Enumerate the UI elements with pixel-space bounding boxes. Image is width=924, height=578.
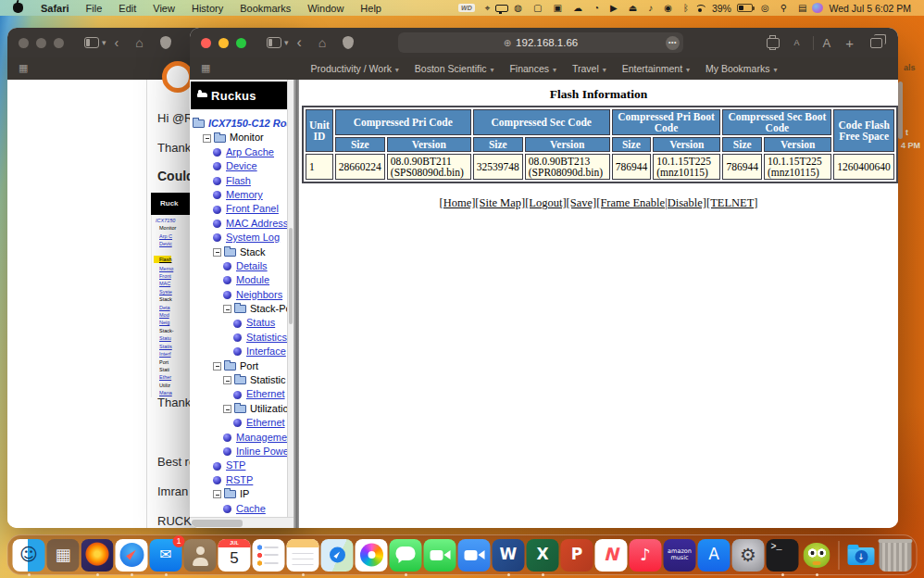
bookmarks-grid-icon[interactable]: ▦ [19, 62, 28, 74]
dock-calendar[interactable]: JUL 5 [219, 539, 251, 572]
privacy-shield-icon[interactable] [160, 36, 171, 49]
menu-item[interactable]: Window [299, 3, 352, 14]
chevron-down-icon[interactable]: ▾ [102, 38, 106, 47]
footer-link[interactable]: [Site Map] [475, 196, 525, 209]
tree-item-device[interactable]: Device [190, 159, 293, 173]
tree-item-status[interactable]: Status [190, 316, 293, 330]
tree-item-label[interactable]: Flash [226, 174, 251, 188]
footer-link[interactable]: [TELNET] [706, 196, 758, 209]
tree-item-label[interactable]: Ethernet [246, 387, 285, 401]
tree-item-label[interactable]: STP [226, 459, 245, 472]
tree-folder-utilization[interactable]: Utilization [190, 402, 293, 416]
collapse-box-icon[interactable] [213, 362, 221, 371]
sidebar-toggle-icon[interactable] [84, 37, 99, 48]
increase-text-icon[interactable]: A [813, 36, 831, 50]
location-icon[interactable]: ⌖ [480, 3, 496, 14]
dock-excel[interactable]: X [527, 539, 559, 572]
tree-item-label[interactable]: Statistic [250, 373, 286, 387]
stage-icon[interactable]: ▤ [793, 3, 812, 13]
tree-folder-port[interactable]: Port [190, 359, 293, 373]
frames-icon[interactable]: ▢ [528, 3, 547, 13]
new-tab-icon[interactable]: + [845, 35, 854, 51]
sidebar-vertical-scrollbar[interactable] [287, 80, 293, 517]
search-icon[interactable]: ⚲ [775, 3, 793, 13]
bluetooth-icon[interactable]: ᛒ [678, 3, 694, 13]
scrollbar-thumb[interactable] [192, 520, 243, 527]
adguard-icon[interactable]: ◍ [508, 3, 528, 13]
dock-zoom[interactable] [458, 539, 491, 572]
collapse-box-icon[interactable] [223, 305, 231, 313]
bookmark-folder[interactable]: Travel ▾ [572, 63, 606, 74]
close-button[interactable] [201, 38, 211, 48]
copy-icon[interactable]: ▣ [548, 3, 568, 13]
minimize-button[interactable] [219, 38, 229, 48]
decrease-text-icon[interactable]: A [794, 38, 800, 47]
tab-overview-icon[interactable] [870, 38, 882, 48]
dock-reminders[interactable] [253, 539, 285, 572]
tree-folder-monitor[interactable]: Monitor [190, 131, 293, 144]
menubar-clock[interactable]: Wed Jul 5 6:02 PM [823, 3, 917, 14]
tree-item-label[interactable]: Cache [236, 502, 266, 516]
collapse-box-icon[interactable] [223, 376, 231, 384]
dock-facetime[interactable] [424, 539, 456, 572]
tree-item-rstp[interactable]: RSTP [190, 473, 293, 487]
minimize-button[interactable] [36, 38, 46, 48]
dock-settings[interactable]: ⚙ [732, 539, 765, 572]
menu-item[interactable]: History [183, 3, 231, 14]
tree-item-system-log[interactable]: System Log [190, 231, 293, 245]
menu-item[interactable]: Bookmarks [231, 3, 299, 14]
bookmarks-grid-icon[interactable]: ▦ [201, 62, 210, 74]
dock-cyberduck[interactable] [801, 539, 833, 572]
account-icon[interactable]: ◎ [755, 3, 775, 13]
menu-item[interactable]: Edit [110, 3, 144, 14]
tree-item-cache[interactable]: Cache [190, 502, 293, 516]
dock-music[interactable]: ♪ [630, 539, 662, 572]
print-icon[interactable] [767, 38, 780, 48]
menu-item[interactable]: Help [352, 3, 390, 14]
tree-item-label[interactable]: Arp Cache [226, 145, 274, 159]
tree-root-icx7150[interactable]: ICX7150-C12 Route [190, 117, 293, 131]
dock-finder[interactable]: ☺ [13, 539, 45, 572]
dock-news[interactable]: N [595, 539, 628, 572]
dock-terminal[interactable]: >_ [767, 539, 799, 572]
zoom-button[interactable] [54, 38, 64, 48]
tree-item-label[interactable]: ICX7150-C12 Route [208, 117, 293, 131]
tree-folder-ip[interactable]: IP [190, 487, 293, 501]
dock-contacts[interactable] [184, 539, 217, 572]
dock-powerpoint[interactable]: P [561, 539, 593, 572]
tree-item-details[interactable]: Details [190, 259, 293, 273]
dock-word[interactable]: W [493, 539, 525, 572]
close-button[interactable] [19, 38, 29, 48]
volume-icon[interactable]: ♪ [643, 3, 658, 13]
wd-badge[interactable]: WD [458, 4, 475, 12]
dock-downloads[interactable]: ↓ [845, 539, 878, 572]
collapse-box-icon[interactable] [213, 490, 221, 498]
home-icon[interactable]: ⌂ [135, 36, 143, 49]
tree-item-label[interactable]: System Log [226, 231, 280, 245]
dock-notes[interactable] [287, 539, 319, 572]
tree-item-label[interactable]: Stack [240, 245, 266, 259]
chevron-down-icon[interactable]: ▾ [284, 38, 289, 47]
display-icon[interactable] [495, 5, 508, 12]
tree-item-label[interactable]: Details [236, 259, 268, 273]
footer-link[interactable]: [Frame Enable|Disable] [596, 196, 706, 209]
home-icon[interactable]: ⌂ [318, 36, 326, 49]
apple-menu-icon[interactable] [13, 3, 23, 13]
collapse-box-icon[interactable] [223, 405, 231, 413]
footer-link[interactable]: [Logout] [525, 196, 566, 209]
menu-item[interactable]: Safari [32, 3, 78, 14]
tree-item-arp-cache[interactable]: Arp Cache [190, 145, 293, 159]
tree-item-memory[interactable]: Memory [190, 188, 293, 202]
bg-traffic-lights[interactable] [19, 38, 64, 48]
tree-folder-stack[interactable]: Stack [190, 245, 293, 259]
address-bar[interactable]: ⊕ 192.168.1.66 ••• [398, 32, 683, 53]
dock-safari[interactable] [116, 539, 148, 572]
tree-item-label[interactable]: Module [236, 273, 269, 287]
tree-item-label[interactable]: Front Panel [226, 202, 279, 216]
dock-trash[interactable] [880, 539, 912, 572]
tree-item-label[interactable]: Status [246, 316, 275, 330]
tree-item-label[interactable]: Inline Power [236, 445, 293, 459]
tree-item-label[interactable]: IP [240, 487, 249, 501]
bookmark-folder[interactable]: Entertainment ▾ [622, 63, 690, 74]
dock-firefox[interactable] [81, 539, 114, 572]
